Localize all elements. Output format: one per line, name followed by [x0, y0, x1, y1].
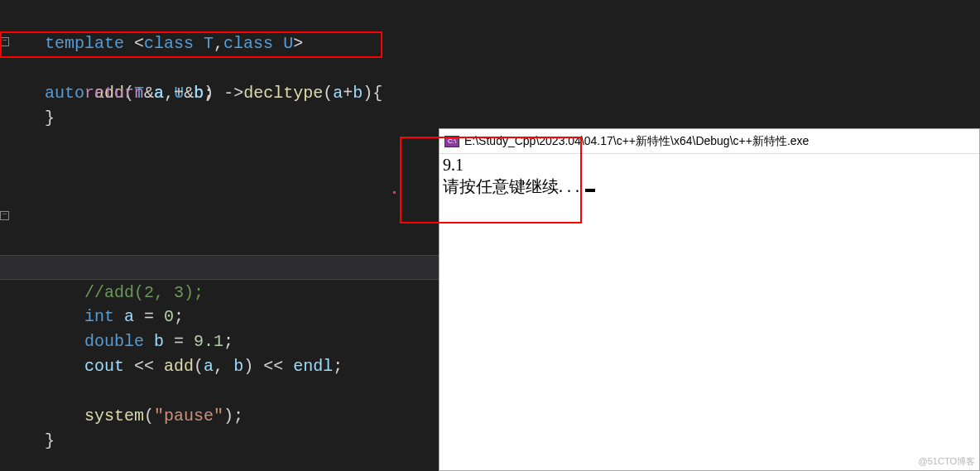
code-line-empty	[0, 230, 439, 255]
code-line-current: //add(2, 3);	[0, 255, 439, 280]
code-editor[interactable]: template <class T,class U> − auto add(T&…	[0, 0, 439, 471]
code-line: double b = 9.1;	[0, 305, 439, 329]
watermark: @51CTO博客	[919, 455, 975, 468]
code-line: − auto add(T&a,U&b) ->decltype(a+b){	[0, 31, 439, 56]
code-line: }	[0, 404, 439, 429]
code-line: int a = 0;	[0, 280, 439, 305]
punct: }	[45, 431, 55, 450]
code-line: cout << add(a, b) << endl;	[0, 329, 439, 354]
code-line-empty	[0, 131, 439, 156]
annotation-dot	[393, 191, 396, 194]
console-window[interactable]: C:\ E:\Study_Cpp\2023.04\04.17\c++新特性\x6…	[439, 128, 980, 471]
console-title: E:\Study_Cpp\2023.04\04.17\c++新特性\x64\De…	[464, 134, 809, 149]
code-line: − int main() {	[0, 205, 439, 230]
code-line-empty	[0, 180, 439, 205]
console-titlebar[interactable]: C:\ E:\Study_Cpp\2023.04\04.17\c++新特性\x6…	[440, 129, 979, 154]
code-line-empty	[0, 156, 439, 180]
code-line-empty	[0, 106, 439, 131]
app-icon: C:\	[444, 136, 459, 147]
code-line: return a + b;	[0, 56, 439, 81]
console-output: 9.1 请按任意键继续. . .	[440, 154, 979, 197]
fold-minus-icon[interactable]: −	[0, 211, 9, 220]
console-line: 请按任意键继续. . .	[443, 175, 976, 197]
cursor-icon	[585, 189, 595, 192]
console-line: 9.1	[443, 154, 976, 175]
code-line: system("pause");	[0, 379, 439, 404]
code-line-empty	[0, 354, 439, 379]
code-line: template <class T,class U>	[0, 7, 439, 31]
code-line: }	[0, 81, 439, 106]
fold-minus-icon[interactable]: −	[0, 37, 9, 46]
